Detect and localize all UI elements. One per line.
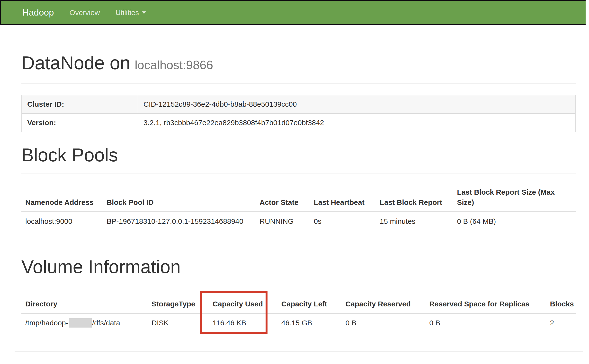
page-title-text: DataNode on [21,52,130,73]
col-actor-state: Actor State [256,183,310,212]
volume-information-heading: Volume Information [21,257,576,277]
directory-suffix: /dfs/data [92,319,120,327]
col-block-pool-id: Block Pool ID [103,183,256,212]
cell-capacity-used: 116.46 KB [209,313,277,332]
nav-item-utilities-label: Utilities [116,9,139,17]
page-content: DataNode onlocalhost:9866 Cluster ID: CI… [0,53,589,364]
cell-block-pool-id: BP-196718310-127.0.0.1-1592314688940 [103,212,256,230]
volume-information-table: Directory StorageType Capacity Used Capa… [21,295,576,332]
col-last-block-report-size: Last Block Report Size (Max Size) [453,183,576,212]
col-capacity-left: Capacity Left [277,295,342,313]
table-row: localhost:9000 BP-196718310-127.0.0.1-15… [21,212,576,230]
block-pools-table: Namenode Address Block Pool ID Actor Sta… [21,183,576,230]
footer-divider [15,351,583,352]
volume-information-header: Volume Information [21,257,576,285]
volume-table-wrap: Directory StorageType Capacity Used Capa… [21,295,576,332]
redaction-box [69,318,92,328]
cell-capacity-reserved: 0 B [341,313,425,332]
cell-storage-type: DISK [148,313,209,332]
top-navbar: Hadoop Overview Utilities [0,0,586,25]
table-row: /tmp/hadoop-/dfs/data DISK 116.46 KB 46.… [21,313,576,332]
col-last-heartbeat: Last Heartbeat [310,183,376,212]
version-label: Version: [22,113,138,132]
directory-prefix: /tmp/hadoop- [25,319,68,327]
cell-blocks: 2 [546,313,576,332]
cluster-id-value: CID-12152c89-36e2-4db0-b8ab-88e50139cc00 [138,95,576,113]
chevron-down-icon [142,11,146,14]
cell-actor-state: RUNNING [256,212,310,230]
col-namenode-address: Namenode Address [21,183,103,212]
col-capacity-reserved: Capacity Reserved [341,295,425,313]
cell-last-block-report: 15 minutes [376,212,453,230]
table-row: Version: 3.2.1, rb3cbbb467e22ea829b3808f… [22,113,576,132]
cell-namenode-address: localhost:9000 [21,212,103,230]
cell-last-block-report-size: 0 B (64 MB) [453,212,576,230]
block-pools-heading: Block Pools [21,145,576,165]
table-header-row: Namenode Address Block Pool ID Actor Sta… [21,183,576,212]
cluster-info-table: Cluster ID: CID-12152c89-36e2-4db0-b8ab-… [21,95,576,132]
cell-last-heartbeat: 0s [310,212,376,230]
cluster-id-label: Cluster ID: [22,95,138,113]
cell-reserved-space-for-replicas: 0 B [425,313,546,332]
col-blocks: Blocks [546,295,576,313]
page-title: DataNode onlocalhost:9866 [21,53,576,75]
col-storage-type: StorageType [148,295,209,313]
datanode-page-header: DataNode onlocalhost:9866 [21,53,576,84]
nav-item-utilities-dropdown[interactable]: Utilities [116,9,146,17]
block-pools-header: Block Pools [21,145,576,173]
cell-directory: /tmp/hadoop-/dfs/data [21,313,148,332]
page-title-host: localhost:9866 [135,58,213,72]
cell-capacity-left: 46.15 GB [277,313,342,332]
nav-item-overview[interactable]: Overview [70,9,100,17]
table-header-row: Directory StorageType Capacity Used Capa… [21,295,576,313]
col-directory: Directory [21,295,148,313]
col-capacity-used: Capacity Used [209,295,277,313]
navbar-brand-hadoop[interactable]: Hadoop [22,8,54,18]
col-last-block-report: Last Block Report [376,183,453,212]
col-reserved-space-for-replicas: Reserved Space for Replicas [425,295,546,313]
version-value: 3.2.1, rb3cbbb467e22ea829b3808f4b7b01d07… [138,113,576,132]
table-row: Cluster ID: CID-12152c89-36e2-4db0-b8ab-… [22,95,576,113]
